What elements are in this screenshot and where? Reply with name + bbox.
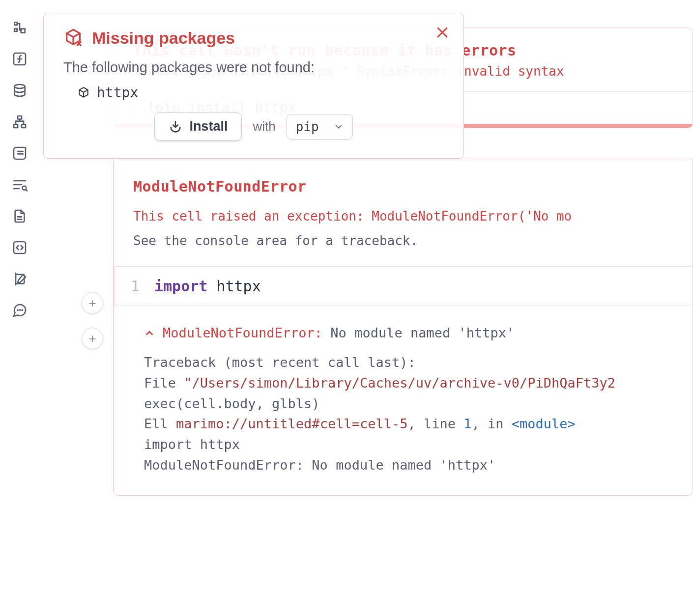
cell2-error-title: ModuleNotFoundError — [133, 178, 673, 195]
keyword: import — [154, 278, 207, 295]
cell2-error-msg: This cell raised an exception: ModuleNot… — [114, 195, 693, 227]
tb-final: ModuleNotFoundError: No module named 'ht… — [144, 455, 673, 476]
add-cell-above-button[interactable]: + — [82, 292, 103, 314]
filter-search-icon[interactable] — [11, 176, 29, 194]
svg-rect-2 — [18, 116, 22, 119]
cell2-code: import httpx — [154, 278, 261, 295]
document-icon[interactable] — [11, 207, 29, 225]
cell2-code-row[interactable]: 1 import httpx — [114, 267, 693, 306]
tb-head: Traceback (most recent call last): — [144, 352, 673, 373]
modal-title: Missing packages — [92, 28, 235, 48]
tb-file-line: File "/Users/simon/Library/Caches/uv/arc… — [144, 373, 673, 393]
install-label: Install — [189, 119, 228, 134]
add-cell-below-button[interactable]: + — [82, 328, 103, 349]
tb-import: import httpx — [144, 434, 673, 455]
error-detail: No module named 'httpx' — [322, 325, 514, 340]
chevron-down-icon — [334, 122, 344, 132]
cell-module-error: ModuleNotFoundError This cell raised an … — [113, 158, 693, 496]
svg-point-1 — [14, 84, 25, 88]
line-number: 1 — [130, 278, 140, 295]
database-icon[interactable] — [11, 82, 29, 99]
scratchpad-icon[interactable] — [11, 270, 29, 288]
add-cell-buttons: + + — [82, 292, 103, 349]
traceback: ModuleNotFoundError: No module named 'ht… — [114, 306, 693, 495]
scroll-icon[interactable] — [11, 144, 29, 162]
tree-icon[interactable] — [11, 19, 29, 36]
download-icon — [169, 120, 182, 134]
svg-rect-3 — [14, 124, 18, 128]
function-icon[interactable] — [11, 50, 29, 68]
package-missing-icon — [63, 28, 83, 48]
package-item: httpx — [77, 84, 444, 101]
modal-subtitle: The following packages were not found: — [63, 59, 444, 76]
chat-icon[interactable] — [11, 302, 29, 319]
error-name: ModuleNotFoundError: — [163, 325, 322, 340]
tb-exec: exec(cell.body, glbls) — [144, 393, 673, 414]
cell2-error-hint: See the console area for a traceback. — [114, 227, 693, 266]
close-button[interactable] — [435, 25, 450, 40]
svg-rect-4 — [22, 124, 26, 128]
tb-cell-line: Ell marimo://untitled#cell=cell-5, line … — [144, 414, 673, 434]
graph-icon[interactable] — [11, 113, 29, 131]
sidebar — [0, 0, 39, 616]
with-label: with — [253, 119, 275, 134]
traceback-toggle[interactable]: ModuleNotFoundError: No module named 'ht… — [144, 323, 673, 343]
install-button[interactable]: Install — [154, 112, 242, 140]
svg-point-7 — [17, 310, 18, 310]
code-text: httpx — [207, 278, 260, 295]
installer-selected: pip — [296, 119, 319, 134]
missing-packages-modal: Missing packages The following packages … — [43, 13, 464, 159]
code-icon[interactable] — [11, 239, 29, 256]
svg-point-8 — [20, 310, 20, 310]
modal-actions: Install with pip — [63, 112, 444, 140]
package-icon — [77, 86, 90, 99]
package-name: httpx — [97, 84, 138, 101]
svg-point-9 — [22, 310, 23, 310]
installer-select[interactable]: pip — [287, 114, 353, 140]
chevron-up-icon — [144, 328, 155, 338]
